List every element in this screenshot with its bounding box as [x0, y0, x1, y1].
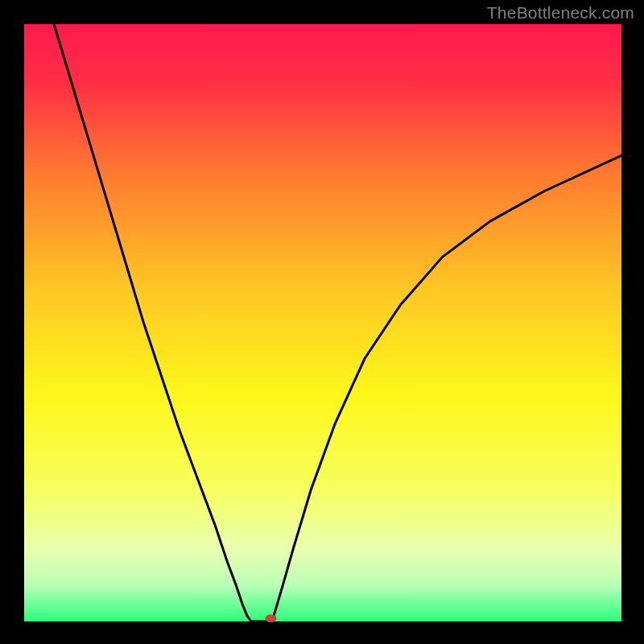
- bottleneck-chart: [0, 0, 644, 644]
- bottleneck-marker: [265, 614, 276, 622]
- chart-stage: TheBottleneck.com: [0, 0, 644, 644]
- plot-area: [24, 24, 621, 621]
- watermark-text: TheBottleneck.com: [487, 3, 634, 23]
